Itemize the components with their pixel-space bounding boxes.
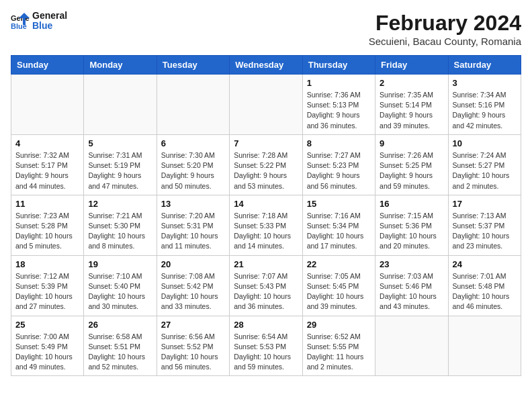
calendar-cell: 26Sunrise: 6:58 AMSunset: 5:51 PMDayligh… — [84, 316, 157, 376]
main-title: February 2024 — [369, 11, 521, 36]
day-number: 23 — [380, 259, 443, 269]
calendar-cell — [448, 316, 521, 376]
calendar-cell: 16Sunrise: 7:15 AMSunset: 5:36 PMDayligh… — [375, 195, 448, 255]
calendar-cell: 15Sunrise: 7:16 AMSunset: 5:34 PMDayligh… — [302, 195, 375, 255]
day-number: 25 — [15, 320, 79, 330]
calendar-cell: 24Sunrise: 7:01 AMSunset: 5:48 PMDayligh… — [448, 255, 521, 316]
calendar-cell — [230, 75, 302, 135]
calendar-cell: 29Sunrise: 6:52 AMSunset: 5:55 PMDayligh… — [302, 316, 375, 376]
calendar-cell: 9Sunrise: 7:26 AMSunset: 5:25 PMDaylight… — [375, 134, 448, 195]
calendar-cell: 27Sunrise: 6:56 AMSunset: 5:52 PMDayligh… — [157, 316, 229, 376]
day-info: Sunrise: 7:18 AMSunset: 5:33 PMDaylight:… — [234, 211, 298, 252]
day-number: 15 — [307, 199, 371, 209]
calendar-cell: 5Sunrise: 7:31 AMSunset: 5:19 PMDaylight… — [84, 134, 157, 195]
calendar-week-2: 11Sunrise: 7:23 AMSunset: 5:28 PMDayligh… — [11, 195, 521, 255]
day-info: Sunrise: 7:21 AMSunset: 5:30 PMDaylight:… — [88, 211, 152, 252]
calendar-cell: 19Sunrise: 7:10 AMSunset: 5:40 PMDayligh… — [84, 255, 157, 316]
day-number: 21 — [234, 259, 298, 269]
calendar-cell: 11Sunrise: 7:23 AMSunset: 5:28 PMDayligh… — [11, 195, 84, 255]
day-info: Sunrise: 7:00 AMSunset: 5:49 PMDaylight:… — [15, 332, 79, 373]
day-number: 2 — [380, 78, 443, 88]
calendar-week-3: 18Sunrise: 7:12 AMSunset: 5:39 PMDayligh… — [11, 255, 521, 316]
logo-text-bottom: Blue — [32, 21, 67, 31]
day-info: Sunrise: 7:27 AMSunset: 5:23 PMDaylight:… — [307, 150, 371, 191]
day-number: 24 — [453, 259, 517, 269]
day-number: 8 — [307, 138, 371, 148]
day-info: Sunrise: 7:28 AMSunset: 5:22 PMDaylight:… — [234, 150, 298, 191]
calendar-cell: 21Sunrise: 7:07 AMSunset: 5:43 PMDayligh… — [230, 255, 302, 316]
day-info: Sunrise: 6:58 AMSunset: 5:51 PMDaylight:… — [88, 332, 152, 373]
calendar-cell: 12Sunrise: 7:21 AMSunset: 5:30 PMDayligh… — [84, 195, 157, 255]
day-info: Sunrise: 7:35 AMSunset: 5:14 PMDaylight:… — [380, 90, 443, 131]
day-header-sunday: Sunday — [11, 56, 84, 75]
day-info: Sunrise: 7:08 AMSunset: 5:42 PMDaylight:… — [161, 271, 225, 312]
calendar-cell — [157, 75, 229, 135]
page-header: General Blue General Blue February 2024 … — [11, 11, 521, 47]
calendar-cell: 7Sunrise: 7:28 AMSunset: 5:22 PMDaylight… — [230, 134, 302, 195]
calendar-cell — [375, 316, 448, 376]
day-number: 6 — [161, 138, 225, 148]
day-info: Sunrise: 7:12 AMSunset: 5:39 PMDaylight:… — [15, 271, 79, 312]
calendar-cell — [84, 75, 157, 135]
day-number: 27 — [161, 320, 225, 330]
calendar-cell: 23Sunrise: 7:03 AMSunset: 5:46 PMDayligh… — [375, 255, 448, 316]
calendar-cell: 18Sunrise: 7:12 AMSunset: 5:39 PMDayligh… — [11, 255, 84, 316]
calendar-cell — [11, 75, 84, 135]
calendar-cell: 3Sunrise: 7:34 AMSunset: 5:16 PMDaylight… — [448, 75, 521, 135]
calendar-cell: 17Sunrise: 7:13 AMSunset: 5:37 PMDayligh… — [448, 195, 521, 255]
day-info: Sunrise: 7:15 AMSunset: 5:36 PMDaylight:… — [380, 211, 443, 252]
day-info: Sunrise: 7:31 AMSunset: 5:19 PMDaylight:… — [88, 150, 152, 191]
title-block: February 2024 Secuieni, Bacau County, Ro… — [369, 11, 521, 47]
day-header-wednesday: Wednesday — [230, 56, 302, 75]
calendar-week-1: 4Sunrise: 7:32 AMSunset: 5:17 PMDaylight… — [11, 134, 521, 195]
calendar-cell: 8Sunrise: 7:27 AMSunset: 5:23 PMDaylight… — [302, 134, 375, 195]
calendar-cell: 22Sunrise: 7:05 AMSunset: 5:45 PMDayligh… — [302, 255, 375, 316]
day-info: Sunrise: 7:32 AMSunset: 5:17 PMDaylight:… — [15, 150, 79, 191]
calendar-cell: 4Sunrise: 7:32 AMSunset: 5:17 PMDaylight… — [11, 134, 84, 195]
calendar-cell: 14Sunrise: 7:18 AMSunset: 5:33 PMDayligh… — [230, 195, 302, 255]
sub-title: Secuieni, Bacau County, Romania — [369, 36, 521, 47]
day-header-friday: Friday — [375, 56, 448, 75]
calendar-cell: 13Sunrise: 7:20 AMSunset: 5:31 PMDayligh… — [157, 195, 229, 255]
day-info: Sunrise: 6:54 AMSunset: 5:53 PMDaylight:… — [234, 332, 298, 373]
day-number: 12 — [88, 199, 152, 209]
day-info: Sunrise: 7:23 AMSunset: 5:28 PMDaylight:… — [15, 211, 79, 252]
calendar-week-4: 25Sunrise: 7:00 AMSunset: 5:49 PMDayligh… — [11, 316, 521, 376]
logo-icon: General Blue — [11, 11, 30, 30]
day-info: Sunrise: 6:52 AMSunset: 5:55 PMDaylight:… — [307, 332, 371, 373]
day-number: 9 — [380, 138, 443, 148]
day-number: 3 — [453, 78, 517, 88]
calendar-cell: 2Sunrise: 7:35 AMSunset: 5:14 PMDaylight… — [375, 75, 448, 135]
day-number: 10 — [453, 138, 517, 148]
day-number: 16 — [380, 199, 443, 209]
day-number: 18 — [15, 259, 79, 269]
day-info: Sunrise: 7:03 AMSunset: 5:46 PMDaylight:… — [380, 271, 443, 312]
day-number: 17 — [453, 199, 517, 209]
day-info: Sunrise: 7:20 AMSunset: 5:31 PMDaylight:… — [161, 211, 225, 252]
calendar-header-row: SundayMondayTuesdayWednesdayThursdayFrid… — [11, 56, 521, 75]
calendar-cell: 1Sunrise: 7:36 AMSunset: 5:13 PMDaylight… — [302, 75, 375, 135]
day-number: 4 — [15, 138, 79, 148]
calendar-cell: 28Sunrise: 6:54 AMSunset: 5:53 PMDayligh… — [230, 316, 302, 376]
logo: General Blue General Blue — [11, 11, 67, 32]
day-number: 14 — [234, 199, 298, 209]
day-header-monday: Monday — [84, 56, 157, 75]
day-info: Sunrise: 7:26 AMSunset: 5:25 PMDaylight:… — [380, 150, 443, 191]
calendar-week-0: 1Sunrise: 7:36 AMSunset: 5:13 PMDaylight… — [11, 75, 521, 135]
day-info: Sunrise: 7:13 AMSunset: 5:37 PMDaylight:… — [453, 211, 517, 252]
logo-text-top: General — [32, 11, 67, 21]
day-header-saturday: Saturday — [448, 56, 521, 75]
day-number: 26 — [88, 320, 152, 330]
day-info: Sunrise: 7:01 AMSunset: 5:48 PMDaylight:… — [453, 271, 517, 312]
day-info: Sunrise: 7:30 AMSunset: 5:20 PMDaylight:… — [161, 150, 225, 191]
day-number: 29 — [307, 320, 371, 330]
day-header-tuesday: Tuesday — [157, 56, 229, 75]
day-info: Sunrise: 6:56 AMSunset: 5:52 PMDaylight:… — [161, 332, 225, 373]
day-number: 19 — [88, 259, 152, 269]
day-header-thursday: Thursday — [302, 56, 375, 75]
calendar-cell: 20Sunrise: 7:08 AMSunset: 5:42 PMDayligh… — [157, 255, 229, 316]
day-info: Sunrise: 7:05 AMSunset: 5:45 PMDaylight:… — [307, 271, 371, 312]
day-number: 13 — [161, 199, 225, 209]
day-info: Sunrise: 7:24 AMSunset: 5:27 PMDaylight:… — [453, 150, 517, 191]
day-number: 7 — [234, 138, 298, 148]
